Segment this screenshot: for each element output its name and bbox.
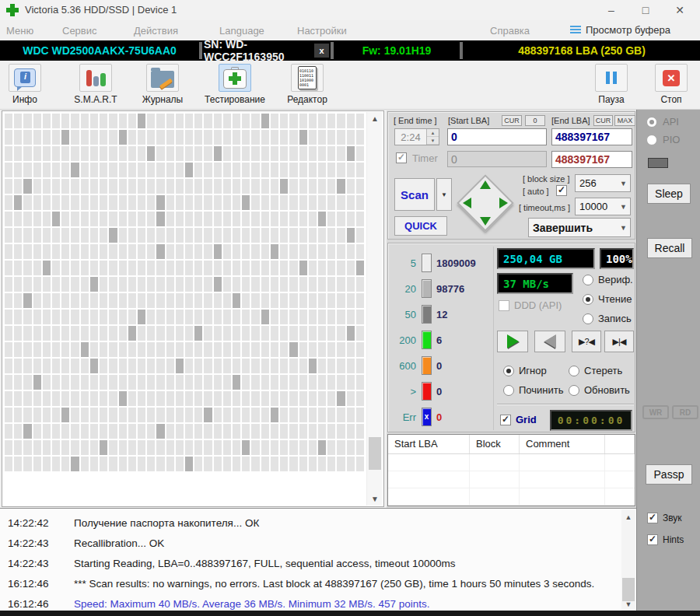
hints-checkbox[interactable] (647, 534, 658, 545)
pause-button[interactable]: Пауза (591, 64, 632, 105)
passp-button[interactable]: Passp (646, 464, 692, 485)
spin-down-icon[interactable]: ▼ (427, 137, 439, 145)
dpad-left-icon[interactable] (463, 198, 471, 208)
scan-block (43, 228, 51, 243)
back-button[interactable] (534, 331, 565, 352)
scan-map-scrollbar[interactable]: ▲ ▼ (366, 112, 382, 506)
scan-block (271, 342, 278, 357)
info-button[interactable]: Инфо (5, 64, 45, 105)
scan-block (185, 310, 193, 324)
act-refresh-radio[interactable] (569, 385, 579, 396)
stop-button[interactable]: ✕ Стоп (651, 64, 691, 105)
device-close-button[interactable]: x (314, 44, 329, 58)
start-lba-cur-button[interactable]: CUR (502, 115, 522, 126)
test-setup-group: [ End time ] [Start LBA] CUR 0 [End LBA]… (387, 111, 635, 240)
auto-checkbox[interactable] (556, 185, 567, 196)
act-repair-radio[interactable] (503, 385, 514, 396)
scan-block (81, 114, 89, 128)
maximize-button[interactable]: □ (628, 0, 663, 20)
menu-service[interactable]: Сервис (62, 25, 97, 37)
act-erase-radio[interactable] (569, 366, 579, 376)
minimize-button[interactable]: – (594, 0, 628, 20)
scan-block (271, 408, 278, 422)
seek-question-button[interactable]: ▶?◀ (572, 331, 601, 352)
scan-button[interactable]: Scan (394, 178, 435, 211)
scan-block (5, 310, 12, 324)
timer-checkbox[interactable] (396, 152, 407, 163)
mode-read-radio[interactable] (583, 294, 593, 305)
smart-button[interactable]: S.M.A.R.T (70, 64, 121, 105)
scan-block (271, 261, 278, 275)
dpad-right-icon[interactable] (499, 198, 508, 208)
end-lba-cur-button[interactable]: CUR (593, 115, 613, 126)
scroll-up-icon[interactable]: ▲ (367, 112, 383, 125)
end-lba-mirror-input[interactable]: 488397167 (551, 151, 632, 168)
scan-block (119, 130, 127, 145)
editor-button[interactable]: 010110 110011 101000 0001 Редактор (280, 64, 334, 105)
menu-help[interactable]: Справка (490, 25, 530, 37)
sleep-button[interactable]: Sleep (647, 184, 691, 204)
menu-bar: Меню Сервис Действия Language Настройки … (0, 20, 700, 40)
spin-up-icon[interactable]: ▲ (427, 129, 439, 137)
start-lba-input[interactable]: 0 (447, 128, 547, 145)
api-radio[interactable] (646, 117, 657, 128)
scan-block (109, 244, 117, 259)
stat-block: x (422, 408, 432, 426)
scan-block (309, 440, 317, 455)
scan-block (128, 212, 136, 226)
scroll-down-icon[interactable]: ▼ (367, 492, 383, 506)
scan-block (271, 375, 278, 390)
log-scrollbar[interactable]: ▲ ▼ (621, 509, 635, 611)
play-button[interactable] (497, 331, 528, 352)
finish-action-combo[interactable]: Завершить▼ (528, 218, 631, 237)
pio-radio[interactable] (646, 135, 657, 145)
menu-menu[interactable]: Меню (6, 25, 33, 37)
col-comment[interactable]: Comment (520, 435, 605, 453)
scroll-thumb[interactable] (369, 437, 381, 470)
log-scroll-down-icon[interactable]: ▼ (621, 598, 635, 611)
close-button[interactable]: ✕ (663, 0, 697, 20)
scan-block (176, 342, 184, 357)
dpad-control[interactable] (457, 174, 514, 232)
scan-block (185, 261, 193, 275)
col-block[interactable]: Block (470, 435, 520, 453)
scan-block (100, 179, 107, 194)
scan-block (147, 179, 155, 194)
dpad-up-icon[interactable] (480, 180, 491, 189)
recall-button[interactable]: Recall (647, 238, 692, 258)
timeout-combo[interactable]: 10000▼ (575, 198, 631, 215)
col-start-lba[interactable]: Start LBA (388, 435, 470, 453)
end-lba-input[interactable]: 488397167 (551, 128, 632, 145)
seek-step-button[interactable]: ▶|◀ (604, 331, 634, 352)
mode-verify-radio[interactable] (583, 275, 593, 285)
end-time-spinner[interactable]: 2:24 ▲▼ (394, 128, 439, 145)
log-scroll-up-icon[interactable]: ▲ (621, 511, 635, 523)
scan-block (318, 375, 326, 390)
sound-checkbox[interactable] (647, 513, 658, 523)
testing-button[interactable]: Тестирование (194, 64, 275, 105)
menu-language[interactable]: Language (219, 25, 264, 37)
scan-block (71, 228, 79, 243)
scan-block (309, 326, 317, 341)
scan-block (356, 244, 364, 259)
block-size-combo[interactable]: 256▼ (575, 174, 631, 192)
scan-block (204, 293, 212, 308)
menu-settings[interactable]: Настройки (297, 25, 347, 37)
scan-block (52, 212, 60, 226)
dpad-down-icon[interactable] (480, 217, 491, 226)
mode-write-radio[interactable] (583, 313, 593, 324)
stat-block (422, 382, 432, 401)
end-lba-max-button[interactable]: MAX (614, 115, 635, 126)
start-lba-zero-button[interactable]: 0 (525, 115, 545, 126)
scan-block (128, 114, 136, 128)
logs-button[interactable]: Журналы (137, 64, 188, 105)
scan-block (309, 457, 317, 471)
grid-checkbox[interactable] (500, 415, 511, 425)
scan-dropdown-button[interactable]: ▼ (436, 178, 452, 211)
scan-block (61, 440, 69, 455)
scan-block (100, 391, 107, 406)
menu-actions[interactable]: Действия (134, 25, 178, 37)
act-ignore-radio[interactable] (503, 366, 514, 376)
quick-button[interactable]: QUICK (394, 216, 447, 236)
buffer-view-button[interactable]: Просмотр буфера (570, 24, 670, 36)
